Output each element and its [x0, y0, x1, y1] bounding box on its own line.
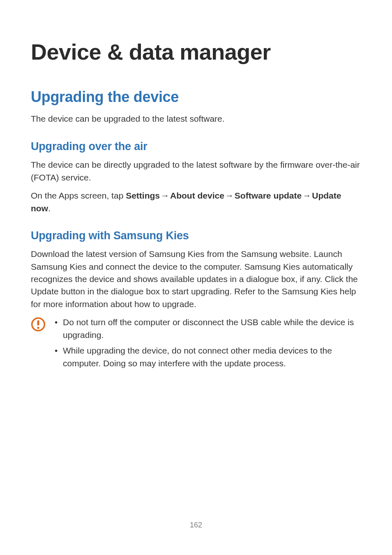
arrow-icon: → [160, 190, 170, 202]
list-item: Do not turn off the computer or disconne… [53, 316, 361, 341]
document-page: Device & data manager Upgrading the devi… [0, 0, 392, 555]
kies-paragraph-1: Download the latest version of Samsung K… [31, 248, 361, 310]
section-intro: The device can be upgraded to the latest… [31, 113, 361, 125]
text-fragment: On the Apps screen, tap [31, 191, 126, 200]
svg-rect-1 [37, 320, 39, 326]
svg-rect-2 [37, 327, 39, 329]
arrow-icon: → [224, 190, 235, 202]
path-settings: Settings [126, 191, 160, 200]
page-number: 162 [0, 521, 392, 530]
ota-paragraph-1: The device can be directly upgraded to t… [31, 159, 361, 184]
arrow-icon: → [302, 190, 312, 202]
caution-notice: Do not turn off the computer or disconne… [31, 316, 361, 373]
list-item: While upgrading the device, do not conne… [53, 345, 361, 370]
ota-paragraph-2: On the Apps screen, tap Settings→About d… [31, 190, 361, 215]
path-about-device: About device [170, 191, 224, 200]
subsection-heading-kies: Upgrading with Samsung Kies [31, 229, 361, 242]
page-title: Device & data manager [31, 39, 361, 65]
caution-list: Do not turn off the computer or disconne… [53, 316, 361, 373]
path-software-update: Software update [235, 191, 302, 200]
text-fragment: . [48, 204, 51, 213]
caution-icon [31, 317, 46, 332]
subsection-heading-ota: Upgrading over the air [31, 140, 361, 153]
section-heading-upgrading-device: Upgrading the device [31, 88, 361, 106]
